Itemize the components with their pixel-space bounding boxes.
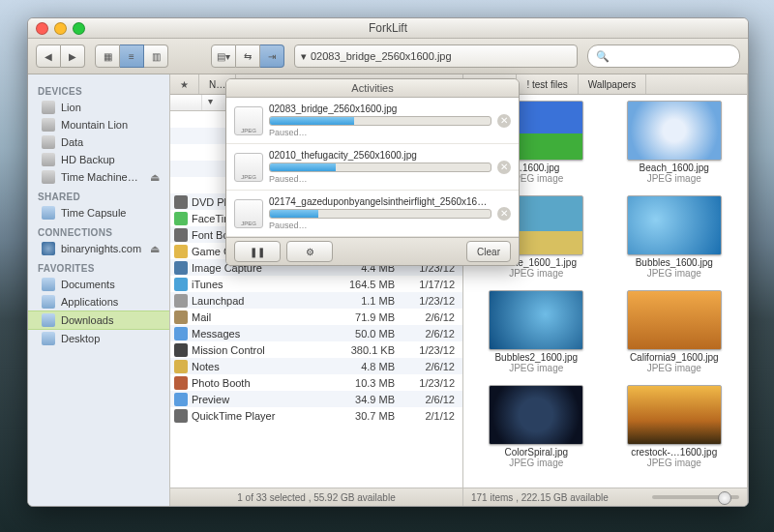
table-row[interactable]: iTunes164.5 MB1/17/12 [170, 276, 462, 292]
sidebar-item[interactable]: HD Backup [28, 151, 169, 168]
thumbnail[interactable]: California9_1600.jpgJPEG image [608, 290, 742, 381]
activities-title: Activities [226, 79, 519, 98]
path-bar[interactable]: ▾ 02083_bridge_2560x1600.jpg [294, 44, 578, 68]
file-type-icon [234, 153, 263, 182]
activities-options-button[interactable]: ⚙ [286, 241, 333, 262]
toolbar: ◀ ▶ ▦ ≡ ▥ ▤▾ ⇆ ⇥ ▾ 02083_bridge_2560x160… [28, 39, 748, 74]
sidebar-item-label: HD Backup [61, 154, 160, 165]
thumbnail-name: crestock-…1600.jpg [631, 447, 717, 458]
file-type-icon [234, 106, 263, 135]
table-row[interactable]: Launchpad1.1 MB1/23/12 [170, 292, 462, 309]
cancel-icon[interactable]: ✕ [497, 207, 511, 221]
hdd-icon [42, 170, 55, 184]
sidebar-item[interactable]: Mountain Lion [28, 116, 169, 133]
app-icon [174, 228, 188, 242]
sidebar-item[interactable]: Time Capsule [28, 204, 169, 222]
thumbnail-size-slider[interactable] [652, 495, 739, 499]
hdd-icon [42, 135, 55, 149]
sidebar-item[interactable]: Desktop [28, 330, 169, 347]
file-name: Preview [192, 394, 335, 405]
thumbnail-image [627, 195, 722, 255]
thumbnail-name: California9_1600.jpg [630, 352, 719, 363]
activity-item: 02010_thefugacity_2560x1600.jpgPaused…✕ [226, 144, 519, 191]
titlebar: ForkLift [28, 18, 748, 39]
app-icon [174, 261, 188, 275]
pause-all-button[interactable]: ❚❚ [234, 241, 281, 262]
file-name: Photo Booth [192, 377, 335, 389]
sidebar-item[interactable]: Documents [28, 276, 169, 293]
table-row[interactable]: Mail71.9 MB2/6/12 [170, 309, 462, 325]
back-button[interactable]: ◀ [36, 44, 61, 68]
view-list-button[interactable]: ≡ [120, 44, 144, 68]
activity-status: Paused… [269, 221, 491, 230]
progress-bar [269, 209, 491, 219]
app-icon [174, 409, 188, 423]
cancel-icon[interactable]: ✕ [497, 161, 511, 174]
thumbnail[interactable]: ColorSpiral.jpgJPEG image [469, 385, 604, 476]
cancel-icon[interactable]: ✕ [497, 114, 511, 128]
sidebar-header: CONNECTIONS [28, 222, 169, 240]
sidebar-item-label: Downloads [61, 314, 160, 326]
sidebar-item[interactable]: binarynights.com⏏ [28, 240, 169, 257]
thumbnail-image [627, 101, 722, 161]
activity-item: 02083_bridge_2560x1600.jpgPaused…✕ [226, 98, 519, 144]
sidebar-item-label: Data [61, 136, 160, 148]
sidebar-item[interactable]: Lion [28, 99, 169, 116]
view-icons-button[interactable]: ▦ [95, 44, 120, 68]
tab-favorites[interactable]: ★ [170, 74, 199, 94]
app-icon [174, 278, 188, 291]
file-date: 2/6/12 [395, 328, 459, 340]
clear-button[interactable]: Clear [466, 241, 511, 262]
activity-file-name: 02010_thefugacity_2560x1600.jpg [269, 150, 491, 161]
queue-button[interactable]: ⇥ [260, 44, 284, 68]
folder-icon [42, 278, 55, 291]
table-row[interactable]: Notes4.8 MB2/6/12 [170, 358, 462, 374]
file-date: 2/6/12 [395, 361, 459, 372]
zoom-icon[interactable] [73, 22, 85, 35]
file-size: 50.0 MB [335, 328, 395, 340]
eject-icon[interactable]: ⏏ [150, 243, 160, 255]
sync-button[interactable]: ⇆ [236, 44, 260, 68]
search-input[interactable]: 🔍 [587, 44, 740, 68]
table-row[interactable]: QuickTime Player30.7 MB2/1/12 [170, 407, 462, 424]
app-icon [174, 195, 188, 209]
thumbnail-kind: JPEG image [647, 458, 701, 468]
sidebar-item[interactable]: Time Machine…⏏ [28, 168, 169, 186]
table-row[interactable]: Preview34.9 MB2/6/12 [170, 391, 462, 407]
sidebar-item[interactable]: Data [28, 133, 169, 151]
path-dropdown-icon[interactable]: ▾ [301, 50, 307, 63]
minimize-icon[interactable] [54, 22, 67, 35]
eject-icon[interactable]: ⏏ [150, 171, 160, 184]
sidebar-item[interactable]: Downloads [28, 310, 169, 330]
close-icon[interactable] [36, 22, 48, 35]
thumbnail[interactable]: crestock-…1600.jpgJPEG image [608, 385, 742, 476]
app-icon [174, 360, 188, 373]
thumbnail[interactable]: Beach_1600.jpgJPEG image [608, 101, 742, 192]
table-row[interactable]: Mission Control380.1 KB1/23/12 [170, 341, 462, 358]
tab[interactable]: Wallpapers [579, 74, 647, 94]
activity-file-name: 02174_gazeduponbyangelsintheirflight_256… [269, 196, 491, 207]
app-icon [174, 376, 188, 390]
table-row[interactable]: Photo Booth10.3 MB1/23/12 [170, 374, 462, 391]
file-size: 164.5 MB [335, 279, 395, 290]
activity-status: Paused… [269, 128, 491, 137]
thumbnail[interactable]: Bubbles_1600.jpgJPEG image [608, 195, 742, 286]
thumbnail-name: Beach_1600.jpg [640, 163, 709, 173]
file-name: Launchpad [192, 295, 335, 307]
activities-panel: Activities 02083_bridge_2560x1600.jpgPau… [225, 78, 520, 266]
view-columns-button[interactable]: ▥ [144, 44, 168, 68]
forward-button[interactable]: ▶ [61, 44, 85, 68]
tab[interactable]: ! test files [517, 74, 578, 94]
file-date: 2/1/12 [395, 410, 459, 422]
file-date: 2/6/12 [395, 311, 459, 323]
sidebar-header: DEVICES [28, 80, 169, 99]
file-size: 30.7 MB [335, 410, 395, 422]
sidebar-item[interactable]: Applications [28, 293, 169, 310]
table-row[interactable]: Messages50.0 MB2/6/12 [170, 325, 462, 341]
left-status: 1 of 33 selected , 55.92 GB available [170, 488, 462, 506]
action-menu-button[interactable]: ▤▾ [211, 44, 236, 68]
file-size: 1.1 MB [335, 295, 395, 307]
thumbnail[interactable]: Bubbles2_1600.jpgJPEG image [469, 290, 604, 381]
thumbnail-name: Bubbles_1600.jpg [636, 257, 713, 268]
thumbnail-name: Bubbles2_1600.jpg [494, 352, 578, 363]
